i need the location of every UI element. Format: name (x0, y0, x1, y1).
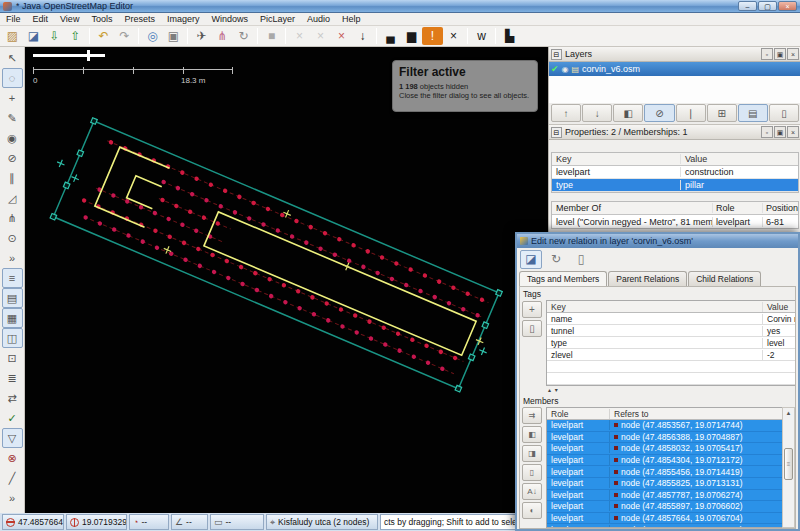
delete-mode[interactable]: ⊘ (2, 148, 23, 168)
improve-accuracy[interactable]: ⊙ (2, 228, 23, 248)
layer-visible-icon[interactable]: ◉ (562, 65, 569, 74)
zoom-slider[interactable] (33, 54, 105, 57)
save[interactable]: ◪ (23, 27, 44, 45)
redo[interactable]: ↷ (114, 27, 135, 45)
apply[interactable]: ◪ (520, 250, 542, 269)
tool-3[interactable]: × (331, 27, 352, 45)
member-row[interactable]: levelpart node (47.4855897, 19.0706602) (547, 501, 789, 513)
validator-toggle[interactable]: ✓ (2, 408, 23, 428)
member-row[interactable]: levelpart node (47.4858032, 19.0705417) (547, 443, 789, 455)
member-row[interactable]: levelpart node (47.4855456, 19.0714419) (547, 466, 789, 478)
relations-toggle[interactable]: ◫ (2, 328, 23, 348)
properties-toggle[interactable]: ▤ (2, 288, 23, 308)
menu-item[interactable]: Tools (85, 13, 118, 26)
menu-item[interactable]: Presets (118, 13, 161, 26)
bus-transit[interactable]: ▆ (401, 27, 422, 45)
download[interactable]: ⇩ (44, 27, 65, 45)
panel-detach-button[interactable]: ▣ (774, 48, 786, 60)
conflicts-toggle[interactable]: ⇄ (2, 388, 23, 408)
member-row[interactable]: levelpart node (47.4855825, 19.0713131) (547, 478, 789, 490)
collapse-icon[interactable]: ⊟ (551, 127, 562, 138)
layer-new[interactable]: ▤ (738, 104, 768, 122)
corvin_v6.osm[interactable]: ✔ ◉ ▤ corvin_v6.osm (549, 62, 800, 76)
panel-close-button[interactable]: × (787, 126, 799, 138)
layer-delete[interactable]: ▯ (769, 104, 799, 122)
more-modes[interactable]: » (2, 248, 23, 268)
refresh[interactable]: ↻ (233, 27, 254, 45)
menu-item[interactable]: PicLayer (254, 13, 301, 26)
remove-member[interactable]: ▯ (522, 464, 542, 481)
property-row[interactable]: type pillar (552, 179, 798, 192)
wikipedia[interactable]: w (471, 27, 492, 45)
tag-row[interactable]: name Corvin ne (547, 313, 795, 325)
command-stack-toggle[interactable]: ≣ (2, 368, 23, 388)
collapse-icon[interactable]: ⊟ (551, 49, 562, 60)
map-canvas[interactable]: 0 18.3 m Filter active 1 198 objects hid… (25, 47, 548, 513)
add-member-below[interactable]: ◨ (522, 445, 542, 462)
dialog-title-bar[interactable]: Edit new relation in layer 'corvin_v6.os… (517, 234, 798, 248)
follow-line[interactable]: ⋔ (2, 208, 23, 228)
reverse-members[interactable]: ◐ (522, 502, 542, 519)
panel-close-button[interactable]: × (787, 48, 799, 60)
panel-detach-button[interactable]: ▣ (774, 126, 786, 138)
close-tool[interactable]: × (443, 27, 464, 45)
delete-relation[interactable]: ▯ (570, 250, 592, 269)
property-row[interactable]: levelpart construction (552, 166, 798, 179)
preset-search[interactable]: ▣ (163, 27, 184, 45)
layer-up[interactable]: ↑ (551, 104, 581, 122)
tag-row[interactable]: type level (547, 337, 795, 349)
dialog-tab[interactable]: Child Relations (688, 271, 761, 286)
upload[interactable]: ⇧ (65, 27, 86, 45)
layer-down[interactable]: ↓ (582, 104, 612, 122)
layer-opacity[interactable]: ❘ (676, 104, 706, 122)
minimap-toggle[interactable]: ⊡ (2, 348, 23, 368)
panel-sticky-button[interactable]: ▫ (761, 126, 773, 138)
scroll-up-icon[interactable]: ▲ (786, 408, 792, 418)
menu-item[interactable]: Windows (205, 13, 254, 26)
search[interactable]: ◎ (142, 27, 163, 45)
member-row[interactable]: levelpart node (47.4856388, 19.0704887) (547, 432, 789, 444)
member-row[interactable]: levelpart node (47.4857664, 19.0706704) (547, 513, 789, 525)
add-tag[interactable]: + (522, 301, 542, 318)
map-styles[interactable]: ✈ (191, 27, 212, 45)
add-member-above[interactable]: ◧ (522, 426, 542, 443)
parallel[interactable]: ∥ (2, 168, 23, 188)
membership-row[interactable]: level ("Corvin negyed - Metro", 81 membe… (552, 215, 798, 228)
filter-toggle[interactable]: ▽ (2, 428, 23, 448)
point-down[interactable]: ↓ (352, 27, 373, 45)
imagery[interactable]: ■ (261, 27, 282, 45)
member-row[interactable]: levelpart node (47.4854304, 19.0712172) (547, 455, 789, 467)
move[interactable]: + (2, 88, 23, 108)
refresh-relation[interactable]: ↻ (545, 250, 567, 269)
warning[interactable]: ! (422, 27, 443, 45)
tag-row[interactable] (547, 373, 795, 385)
open[interactable]: ▨ (2, 27, 23, 45)
member-row[interactable]: levelpart node (47.4853813, 19.0713887) (547, 524, 789, 528)
layer-merge[interactable]: ⊞ (707, 104, 737, 122)
more-dialogs[interactable]: » (2, 488, 23, 508)
menu-item[interactable]: Imagery (161, 13, 206, 26)
draw[interactable]: ✎ (2, 108, 23, 128)
tool-disabled-1[interactable]: × (289, 27, 310, 45)
tag-row[interactable] (547, 361, 795, 373)
splitter-handle[interactable]: ▴ ▾ (548, 386, 559, 393)
apply-member-selection[interactable]: ⇉ (522, 407, 542, 424)
menu-item[interactable]: Help (336, 13, 367, 26)
tag-row[interactable]: zlevel -2 (547, 349, 795, 361)
scrollbar-thumb[interactable]: ≡ (784, 448, 793, 480)
measure-toggle[interactable]: ╱ (2, 468, 23, 488)
extrude[interactable]: ◿ (2, 188, 23, 208)
menu-item[interactable]: Edit (27, 13, 55, 26)
delete-tag[interactable]: ▯ (522, 320, 542, 337)
minimize-button[interactable]: – (738, 1, 757, 11)
tag-row[interactable]: tunnel yes (547, 325, 795, 337)
member-row[interactable]: levelpart node (47.4853567, 19.0714744) (547, 420, 789, 432)
tool-disabled-2[interactable]: × (310, 27, 331, 45)
zoom-mode[interactable]: ◉ (2, 128, 23, 148)
dialog-tab[interactable]: Tags and Members (519, 271, 607, 287)
factory[interactable]: ▙ (499, 27, 520, 45)
members-scrollbar[interactable]: ▲ ≡ (782, 407, 795, 528)
layers-toggle[interactable]: ≡ (2, 268, 23, 288)
selection-toggle[interactable]: ▦ (2, 308, 23, 328)
layer-active-icon[interactable]: ✔ (551, 64, 559, 74)
